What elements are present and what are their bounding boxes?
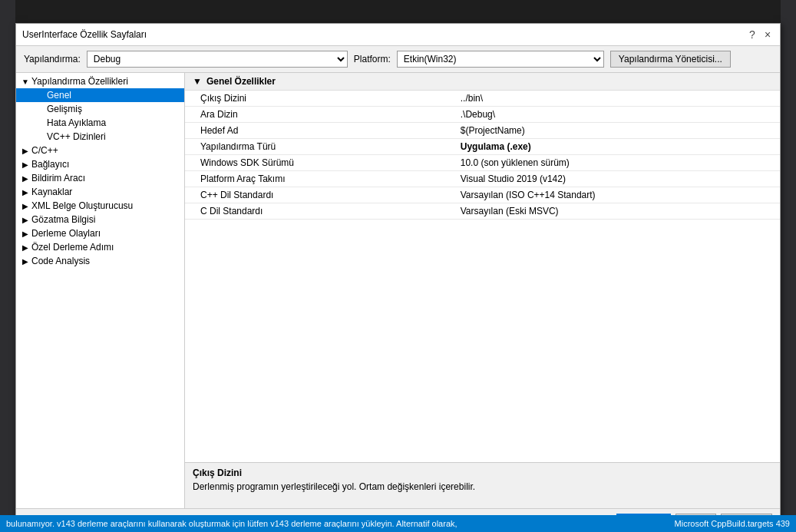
- property-value: .\Debug\: [453, 107, 780, 123]
- bildirim-expand-icon: ▶: [19, 174, 31, 183]
- sidebar-item-gelismis[interactable]: Gelişmiş: [16, 102, 184, 116]
- property-value: Varsayılan (ISO C++14 Standart): [453, 187, 780, 203]
- main-dialog: UserInterface Özellik Sayfaları ? × Yapı…: [15, 23, 781, 532]
- section-expand-icon: ▼: [193, 76, 202, 87]
- table-row[interactable]: Platform Araç TakımıVisual Studio 2019 (…: [185, 171, 780, 187]
- sidebar-item-baglayici[interactable]: ▶ Bağlayıcı: [16, 157, 184, 171]
- sidebar-item-xml-label: XML Belge Oluşturucusu: [31, 200, 133, 211]
- table-row[interactable]: Ara Dizin.\Debug\: [185, 107, 780, 123]
- table-row[interactable]: Windows SDK Sürümü10.0 (son yüklenen sür…: [185, 155, 780, 171]
- sidebar-item-vcpp-label: VC++ Dizinleri: [47, 131, 106, 142]
- help-button[interactable]: ?: [746, 28, 758, 41]
- sidebar-item-kaynaklar-label: Kaynaklar: [31, 187, 72, 197]
- properties-content: ▼ Genel Özellikler Çıkış Dizini../bin\Ar…: [185, 73, 780, 462]
- kaynaklar-expand-icon: ▶: [19, 188, 31, 197]
- ozel-expand-icon: ▶: [19, 243, 31, 252]
- property-value: Visual Studio 2019 (v142): [453, 171, 780, 187]
- sidebar-item-derleme[interactable]: ▶ Derleme Olayları: [16, 226, 184, 240]
- main-content: ▼ Yapılandırma Özellikleri Genel Gelişmi…: [16, 73, 780, 508]
- dialog-title: UserInterface Özellik Sayfaları: [22, 29, 147, 40]
- root-expand-icon: ▼: [19, 78, 31, 86]
- property-value: 10.0 (son yüklenen sürüm): [453, 155, 780, 171]
- sidebar-item-baglayici-label: Bağlayıcı: [31, 159, 69, 170]
- status-right-text: Microsoft CppBuild.targets 439: [675, 519, 790, 528]
- table-row[interactable]: C Dil StandardıVarsayılan (Eski MSVC): [185, 203, 780, 220]
- sidebar-item-cpp[interactable]: ▶ C/C++: [16, 144, 184, 157]
- sidebar-item-genel-label: Genel: [47, 90, 71, 101]
- tree-root[interactable]: ▼ Yapılandırma Özellikleri: [16, 74, 184, 88]
- config-bar: Yapılandırma: Debug Platform: Etkin(Win3…: [16, 46, 780, 73]
- config-manager-button[interactable]: Yapılandırma Yöneticisi...: [610, 51, 731, 68]
- property-name: Ara Dizin: [185, 107, 453, 123]
- section-title-label: Genel Özellikler: [206, 76, 276, 87]
- title-bar: UserInterface Özellik Sayfaları ? ×: [16, 24, 780, 46]
- property-value: ../bin\: [453, 91, 780, 107]
- property-value: Uygulama (.exe): [453, 139, 780, 155]
- right-panel: ▼ Genel Özellikler Çıkış Dizini../bin\Ar…: [185, 73, 780, 508]
- config-select[interactable]: Debug: [87, 51, 348, 68]
- derleme-expand-icon: ▶: [19, 230, 31, 238]
- property-value: $(ProjectName): [453, 123, 780, 139]
- properties-table: Çıkış Dizini../bin\Ara Dizin.\Debug\Hede…: [185, 91, 780, 220]
- table-row[interactable]: Çıkış Dizini../bin\: [185, 91, 780, 107]
- status-left-text: bulunamıyor. v143 derleme araçlarını kul…: [6, 519, 457, 528]
- sidebar-item-vcpp[interactable]: VC++ Dizinleri: [16, 130, 184, 144]
- sidebar-item-genel[interactable]: Genel: [16, 88, 184, 102]
- info-title: Çıkış Dizini: [193, 468, 772, 478]
- code-analysis-expand-icon: ▶: [19, 257, 31, 266]
- platform-label: Platform:: [354, 54, 391, 64]
- gozatma-expand-icon: ▶: [19, 216, 31, 224]
- cpp-expand-icon: ▶: [19, 147, 31, 155]
- platform-select[interactable]: Etkin(Win32): [397, 51, 604, 68]
- sidebar-item-cpp-label: C/C++: [31, 145, 58, 156]
- sidebar-item-derleme-label: Derleme Olayları: [31, 228, 101, 239]
- property-name: C Dil Standardı: [185, 203, 453, 220]
- info-description: Derlenmiş programın yerleştirileceği yol…: [193, 481, 772, 492]
- sidebar-item-bildirim[interactable]: ▶ Bildirim Aracı: [16, 171, 184, 185]
- table-row[interactable]: Hedef Ad$(ProjectName): [185, 123, 780, 139]
- section-title: ▼ Genel Özellikler: [185, 73, 780, 91]
- close-button[interactable]: ×: [761, 28, 774, 41]
- property-name: Platform Araç Takımı: [185, 171, 453, 187]
- sidebar-item-xml[interactable]: ▶ XML Belge Oluşturucusu: [16, 199, 184, 213]
- xml-expand-icon: ▶: [19, 202, 31, 210]
- left-tree-panel: ▼ Yapılandırma Özellikleri Genel Gelişmi…: [16, 73, 185, 508]
- tree-root-label: Yapılandırma Özellikleri: [31, 76, 128, 87]
- bottom-info-panel: Çıkış Dizini Derlenmiş programın yerleşt…: [185, 462, 780, 508]
- status-bar: bulunamıyor. v143 derleme araçlarını kul…: [0, 515, 796, 532]
- sidebar-item-hata-label: Hata Ayıklama: [47, 117, 106, 128]
- sidebar-item-gozatma[interactable]: ▶ Gözatma Bilgisi: [16, 213, 184, 226]
- sidebar-item-gozatma-label: Gözatma Bilgisi: [31, 214, 95, 225]
- baglayici-expand-icon: ▶: [19, 160, 31, 169]
- sidebar-item-code-analysis-label: Code Analysis: [31, 256, 90, 266]
- sidebar-item-ozel-label: Özel Derleme Adımı: [31, 242, 114, 253]
- property-name: Hedef Ad: [185, 123, 453, 139]
- sidebar-item-gelismis-label: Gelişmiş: [47, 104, 82, 114]
- config-label: Yapılandırma:: [24, 54, 81, 64]
- property-value: Varsayılan (Eski MSVC): [453, 203, 780, 220]
- sidebar-item-ozel[interactable]: ▶ Özel Derleme Adımı: [16, 240, 184, 254]
- property-name: C++ Dil Standardı: [185, 187, 453, 203]
- sidebar-item-hata-ayiklama[interactable]: Hata Ayıklama: [16, 116, 184, 130]
- property-name: Yapılandırma Türü: [185, 139, 453, 155]
- sidebar-item-kaynaklar[interactable]: ▶ Kaynaklar: [16, 185, 184, 199]
- table-row[interactable]: C++ Dil StandardıVarsayılan (ISO C++14 S…: [185, 187, 780, 203]
- sidebar-item-bildirim-label: Bildirim Aracı: [31, 173, 85, 183]
- sidebar-item-code-analysis[interactable]: ▶ Code Analysis: [16, 254, 184, 268]
- property-name: Çıkış Dizini: [185, 91, 453, 107]
- property-name: Windows SDK Sürümü: [185, 155, 453, 171]
- table-row[interactable]: Yapılandırma TürüUygulama (.exe): [185, 139, 780, 155]
